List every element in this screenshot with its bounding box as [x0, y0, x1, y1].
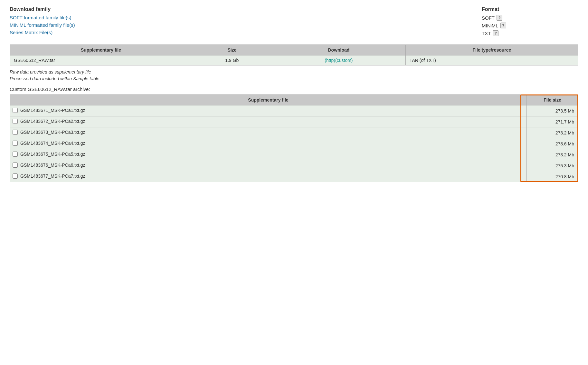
- miniml-help-icon[interactable]: ?: [500, 23, 506, 28]
- table-row: GSM1483672_MSK-PCa2.txt.gz271.7 Mb: [10, 116, 578, 127]
- filename-text: GSM1483672_MSK-PCa2.txt.gz: [20, 119, 85, 124]
- table-row: GSM1483673_MSK-PCa3.txt.gz273.2 Mb: [10, 127, 578, 138]
- format-section: Format SOFT ? MINiML ? TXT ?: [482, 6, 578, 38]
- format-soft-row: SOFT ?: [482, 15, 578, 21]
- filename-text: GSM1483673_MSK-PCa3.txt.gz: [20, 130, 85, 135]
- download-family-section: Download family SOFT formatted family fi…: [10, 6, 578, 38]
- table-row: GSM1483671_MSK-PCa1.txt.gz273.5 Mb: [10, 105, 578, 116]
- miniml-family-link[interactable]: MINiML formatted family file(s): [10, 22, 482, 28]
- custom-filesize-col-header: File size: [527, 95, 578, 105]
- filename-text: GSM1483674_MSK-PCa4.txt.gz: [20, 141, 85, 146]
- soft-family-link[interactable]: SOFT formatted family file(s): [10, 15, 482, 20]
- custom-archive-table: Supplementary file File size GSM1483671_…: [10, 94, 578, 182]
- custom-supp-file-col-header: Supplementary file: [10, 95, 527, 105]
- file-checkbox[interactable]: [13, 119, 18, 124]
- custom-filename-cell: GSM1483675_MSK-PCa5.txt.gz: [10, 149, 527, 160]
- supp-table-header-row: Supplementary file Size Download File ty…: [10, 45, 578, 55]
- filesize-cell: 270.8 Mb: [527, 171, 578, 182]
- format-txt-label: TXT: [482, 31, 491, 36]
- custom-filename-cell: GSM1483677_MSK-PCa7.txt.gz: [10, 171, 527, 182]
- custom-filename-cell: GSM1483674_MSK-PCa4.txt.gz: [10, 138, 527, 149]
- file-checkbox[interactable]: [13, 173, 18, 179]
- filename-text: GSM1483677_MSK-PCa7.txt.gz: [20, 173, 85, 179]
- file-checkbox-label[interactable]: GSM1483671_MSK-PCa1.txt.gz: [13, 108, 85, 113]
- download-family-left: Download family SOFT formatted family fi…: [10, 6, 482, 38]
- download-family-title: Download family: [10, 6, 482, 12]
- file-checkbox[interactable]: [13, 152, 18, 157]
- table-row: GSM1483675_MSK-PCa5.txt.gz273.2 Mb: [10, 149, 578, 160]
- txt-help-icon[interactable]: ?: [493, 30, 498, 36]
- file-checkbox-label[interactable]: GSM1483676_MSK-PCa6.txt.gz: [13, 163, 85, 168]
- file-checkbox[interactable]: [13, 141, 18, 146]
- table-row: GSM1483674_MSK-PCa4.txt.gz278.6 Mb: [10, 138, 578, 149]
- file-checkbox[interactable]: [13, 130, 18, 135]
- filesize-cell: 273.2 Mb: [527, 127, 578, 138]
- format-soft-label: SOFT: [482, 15, 495, 21]
- file-checkbox-label[interactable]: GSM1483675_MSK-PCa5.txt.gz: [13, 152, 85, 157]
- file-checkbox-label[interactable]: GSM1483672_MSK-PCa2.txt.gz: [13, 119, 85, 124]
- filesize-cell: 278.6 Mb: [527, 138, 578, 149]
- soft-help-icon[interactable]: ?: [497, 15, 502, 21]
- custom-filename-cell: GSM1483672_MSK-PCa2.txt.gz: [10, 116, 527, 127]
- file-checkbox[interactable]: [13, 108, 18, 113]
- size-cell: 1.9 Gb: [192, 55, 272, 65]
- filetype-cell: TAR (of TXT): [405, 55, 578, 65]
- file-checkbox[interactable]: [13, 163, 18, 168]
- supplementary-file-table: Supplementary file Size Download File ty…: [10, 44, 578, 65]
- format-title: Format: [482, 6, 578, 12]
- format-txt-row: TXT ?: [482, 30, 578, 36]
- filesize-cell: 275.3 Mb: [527, 160, 578, 171]
- file-checkbox-label[interactable]: GSM1483674_MSK-PCa4.txt.gz: [13, 141, 85, 146]
- custom-filename-cell: GSM1483671_MSK-PCa1.txt.gz: [10, 105, 527, 116]
- file-checkbox-label[interactable]: GSM1483677_MSK-PCa7.txt.gz: [13, 173, 85, 179]
- download-col-header: Download: [272, 45, 405, 55]
- table-row: GSE60612_RAW.tar 1.9 Gb (http)(custom) T…: [10, 55, 578, 65]
- filename-text: GSM1483671_MSK-PCa1.txt.gz: [20, 108, 85, 113]
- format-miniml-label: MINiML: [482, 23, 498, 28]
- processed-data-note: Processed data included within Sample ta…: [10, 76, 578, 81]
- table-row: GSM1483676_MSK-PCa6.txt.gz275.3 Mb: [10, 160, 578, 171]
- raw-data-note: Raw data provided as supplementary file: [10, 69, 578, 74]
- download-cell: (http)(custom): [272, 55, 405, 65]
- filesize-cell: 273.5 Mb: [527, 105, 578, 116]
- supp-file-col-header: Supplementary file: [10, 45, 192, 55]
- custom-archive-label: Custom GSE60612_RAW.tar archive:: [10, 86, 578, 92]
- supp-filename-cell: GSE60612_RAW.tar: [10, 55, 192, 65]
- custom-filename-cell: GSM1483676_MSK-PCa6.txt.gz: [10, 160, 527, 171]
- filename-text: GSM1483675_MSK-PCa5.txt.gz: [20, 152, 85, 157]
- custom-table-wrapper: Supplementary file File size GSM1483671_…: [10, 94, 578, 182]
- custom-filename-cell: GSM1483673_MSK-PCa3.txt.gz: [10, 127, 527, 138]
- size-col-header: Size: [192, 45, 272, 55]
- file-checkbox-label[interactable]: GSM1483673_MSK-PCa3.txt.gz: [13, 130, 85, 135]
- filesize-cell: 273.2 Mb: [527, 149, 578, 160]
- filetype-col-header: File type/resource: [405, 45, 578, 55]
- series-matrix-link[interactable]: Series Matrix File(s): [10, 30, 482, 35]
- custom-table-header-row: Supplementary file File size: [10, 95, 578, 105]
- filename-text: GSM1483676_MSK-PCa6.txt.gz: [20, 163, 85, 168]
- filesize-cell: 271.7 Mb: [527, 116, 578, 127]
- http-download-link[interactable]: (http): [325, 58, 335, 63]
- custom-download-link[interactable]: (custom): [335, 58, 353, 63]
- format-miniml-row: MINiML ?: [482, 23, 578, 28]
- table-row: GSM1483677_MSK-PCa7.txt.gz270.8 Mb: [10, 171, 578, 182]
